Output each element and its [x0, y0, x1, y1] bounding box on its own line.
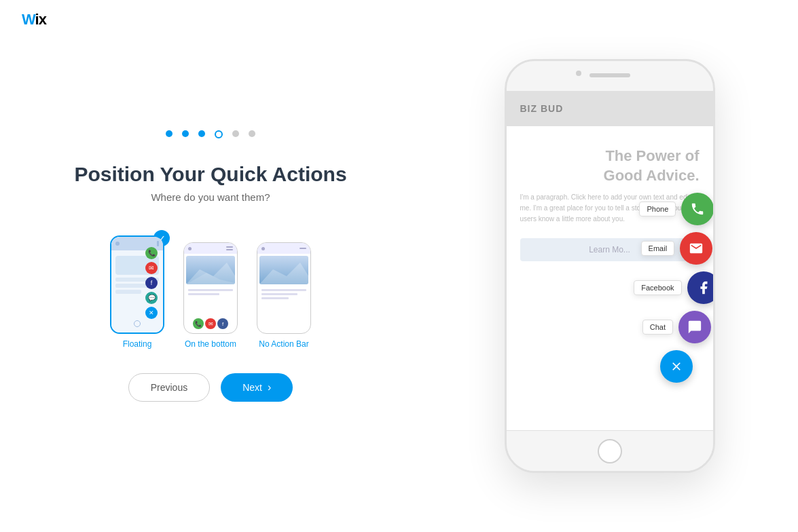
- floating-buttons: 📞 ✉ f 💬 ✕: [145, 247, 158, 319]
- dot-6: [249, 130, 255, 137]
- svg-marker-2: [259, 263, 308, 284]
- fab-facebook: f: [145, 277, 158, 289]
- next-button[interactable]: Next ›: [221, 373, 293, 402]
- phone-content: The Power ofGood Advice. I'm a paragraph…: [507, 126, 713, 430]
- tooltip-phone: Phone: [639, 202, 676, 216]
- option-floating-label: Floating: [123, 339, 152, 349]
- phone-brand-header: BIZ BUD: [507, 91, 713, 126]
- brand-name: BIZ BUD: [520, 103, 564, 114]
- dot-4: [215, 130, 223, 138]
- phone-options: ✓: [110, 235, 311, 349]
- previous-button[interactable]: Previous: [128, 373, 210, 402]
- option-none-label: No Action Bar: [259, 339, 308, 349]
- fab-close: ✕: [145, 307, 158, 319]
- fab-chat: 💬: [145, 292, 158, 304]
- phone-speaker: [590, 73, 630, 77]
- fab-phone: 📞: [145, 247, 158, 259]
- phone-footer: [507, 430, 713, 471]
- dot-2: [182, 130, 189, 137]
- dot-3: [198, 130, 205, 137]
- left-panel: Position Your Quick Actions Where do you…: [0, 0, 421, 532]
- nav-buttons: Previous Next ›: [128, 373, 293, 402]
- progress-dots: [166, 130, 255, 138]
- fab-email: ✉: [145, 262, 158, 274]
- tooltip-email: Email: [641, 241, 675, 256]
- option-floating[interactable]: ✓: [110, 235, 164, 349]
- dot-1: [166, 130, 173, 137]
- option-bottom[interactable]: 📞 ✉ f On the bottom: [183, 242, 238, 349]
- tooltip-chat: Chat: [642, 320, 673, 335]
- fab-chat-big[interactable]: [678, 311, 711, 343]
- dot-5: [232, 130, 239, 137]
- fab-phone-big[interactable]: [681, 193, 712, 225]
- fab-close-big[interactable]: [660, 350, 693, 383]
- main-title: Position Your Quick Actions: [74, 163, 346, 186]
- tooltip-facebook: Facebook: [634, 280, 681, 295]
- home-button[interactable]: [598, 439, 622, 463]
- phone-camera: [576, 71, 581, 76]
- next-arrow-icon: ›: [268, 381, 271, 394]
- fab-facebook-big[interactable]: [687, 271, 713, 304]
- option-none[interactable]: No Action Bar: [257, 242, 311, 349]
- fab-container: Phone Email Facebook: [634, 193, 712, 383]
- fab-email-big[interactable]: [680, 232, 712, 265]
- content-hero-title: The Power ofGood Advice.: [507, 126, 713, 192]
- phone-preview: BIZ BUD The Power ofGood Advice. I'm a p…: [505, 59, 715, 473]
- option-bottom-label: On the bottom: [185, 339, 236, 349]
- sub-title: Where do you want them?: [151, 191, 270, 203]
- next-label: Next: [242, 382, 262, 393]
- right-panel: BIZ BUD The Power ofGood Advice. I'm a p…: [421, 0, 798, 532]
